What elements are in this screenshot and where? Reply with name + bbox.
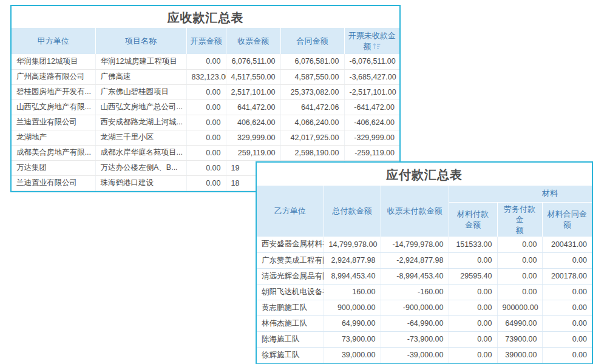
cell-total-paid: 64,990.00: [324, 315, 381, 331]
cell-material-paid[interactable]: 29595.40: [449, 268, 497, 284]
table-row: 广东赞美成工程有限2,924,877.98-2,924,877.980.000.…: [257, 252, 592, 268]
cell-labor-paid[interactable]: 900000.00: [497, 300, 542, 315]
table-row: 黄志鹏施工队900,000.00-900,000.000.00900000.00…: [257, 300, 592, 315]
cell-labor-paid[interactable]: 0.00: [497, 237, 542, 252]
cell-material-contract[interactable]: 0.00: [542, 331, 592, 347]
cell-project: 山西弘文房地产总公司...: [95, 99, 186, 115]
cell-contract-amount: 6,076,581.00: [280, 54, 344, 69]
column-header-label: 劳务付款金 额: [504, 204, 535, 235]
cell-uninvoiced-amount: -406,624.00: [344, 115, 399, 130]
cell-vendor-link[interactable]: 徐辉施工队: [257, 347, 324, 363]
cell-material-paid[interactable]: 151533.00: [449, 237, 497, 252]
column-header-invoice-amount: 开票金额: [186, 28, 226, 54]
table-row: 林伟杰施工队64,990.00-64,990.000.0064990.000.0…: [257, 315, 592, 331]
cell-receipt-amount: 259,119.00: [226, 145, 280, 160]
cell-total-paid: 8,994,453.40: [324, 268, 381, 284]
cell-material-contract[interactable]: 200431.00: [542, 237, 592, 252]
payable-table: 乙方单位 总付款金额 收票未付款金额 材料 材料付款 金额 劳务付款金 额 材料…: [257, 186, 592, 363]
cell-vendor-link[interactable]: 清远光辉金属品有限: [257, 268, 324, 284]
column-header-receipt-amount: 收票金额: [226, 28, 280, 54]
cell-project: 万达办公楼左侧A、B...: [95, 160, 186, 175]
column-header-material-paid: 材料付款 金额: [449, 202, 497, 237]
table-row: 成都美合房地产有限...成都水岸华庭名苑项目...0.00259,119.002…: [12, 145, 399, 160]
table-row: 广州高速路有限公司广佛高速832,123.004,517,550.004,587…: [12, 69, 399, 84]
cell-vendor-link[interactable]: 广东赞美成工程有限: [257, 252, 324, 268]
receivable-header-row: 甲方单位 项目名称 开票金额 收票金额 合同金额 开票未收款金 额: [12, 28, 399, 54]
cell-material-contract[interactable]: 0.00: [542, 347, 592, 363]
cell-total-paid: 2,924,877.98: [324, 252, 381, 268]
cell-contract-amount: 641,472.06: [280, 99, 344, 115]
column-header-label: 合同金额: [297, 36, 328, 46]
receivable-table-title: 应收款汇总表: [12, 6, 399, 28]
column-header-contract-amount: 合同金额: [280, 28, 344, 54]
cell-material-paid[interactable]: 0.00: [449, 284, 497, 300]
column-header-label: 材料合同金 额: [548, 209, 587, 229]
cell-project: 珠海鹤港口建设: [95, 175, 186, 190]
cell-material-paid[interactable]: 0.00: [449, 331, 497, 347]
cell-vendor-link[interactable]: 陈海施工队: [257, 331, 324, 347]
payable-group-header-row: 乙方单位 总付款金额 收票未付款金额 材料: [257, 186, 592, 202]
cell-receipt-amount: 2,517,101.00: [226, 84, 280, 99]
cell-invoice-amount: 0.00: [186, 84, 226, 99]
cell-party: 兰迪置业有限公司: [12, 175, 95, 190]
cell-vendor-link[interactable]: 林伟杰施工队: [257, 315, 324, 331]
cell-labor-paid[interactable]: 0.00: [497, 284, 542, 300]
column-header-label: 材料付款 金额: [457, 209, 489, 229]
sort-amount-icon[interactable]: [373, 43, 381, 50]
payable-table-title: 应付款汇总表: [257, 163, 592, 186]
column-header-label: 乙方单位: [274, 206, 306, 215]
cell-material-paid[interactable]: 0.00: [449, 300, 497, 315]
cell-receipt-amount: 329,999.00: [226, 130, 280, 145]
column-header-label: 甲方单位: [38, 36, 69, 46]
cell-labor-paid[interactable]: 39000.00: [497, 347, 542, 363]
column-header-label: 总付款金额: [333, 206, 372, 215]
table-row: 兰迪置业有限公司西安成都路龙湖上河城...0.00406,624.004,066…: [12, 115, 399, 130]
cell-material-contract[interactable]: 0.00: [542, 284, 592, 300]
cell-unpaid-amount: -73,900.00: [381, 331, 449, 347]
cell-receipt-amount: 641,472.00: [226, 99, 280, 115]
cell-uninvoiced-amount: -3,685,427.00: [344, 69, 399, 84]
cell-contract-amount: 4,066,240.00: [280, 115, 344, 130]
cell-unpaid-amount: -900,000.00: [381, 300, 449, 315]
cell-labor-paid[interactable]: 73900.00: [497, 331, 542, 347]
cell-invoice-amount: 0.00: [186, 145, 226, 160]
column-header-vendor: 乙方单位: [257, 186, 324, 237]
cell-labor-paid[interactable]: 0.00: [497, 268, 542, 284]
column-header-label: 开票未收款金 额: [348, 31, 396, 51]
cell-unpaid-amount: -8,994,453.40: [381, 268, 449, 284]
cell-unpaid-amount: -39,000.00: [381, 347, 449, 363]
cell-unpaid-amount: -14,799,978.00: [381, 237, 449, 252]
cell-labor-paid[interactable]: 0.00: [497, 252, 542, 268]
cell-receipt-amount: 4,517,550.00: [226, 69, 280, 84]
cell-vendor-link[interactable]: 朝阳飞达机电设备有: [257, 284, 324, 300]
cell-material-contract[interactable]: 0.00: [542, 300, 592, 315]
cell-labor-paid[interactable]: 64990.00: [497, 315, 542, 331]
cell-uninvoiced-amount: -6,076,511.00: [344, 54, 399, 69]
column-header-total-paid: 总付款金额: [324, 186, 381, 237]
cell-invoice-amount: 0.00: [186, 160, 226, 175]
cell-material-contract[interactable]: 0.00: [542, 315, 592, 331]
cell-material-paid[interactable]: 0.00: [449, 347, 497, 363]
cell-material-contract[interactable]: 0.00: [542, 252, 592, 268]
cell-vendor-link[interactable]: 黄志鹏施工队: [257, 300, 324, 315]
cell-uninvoiced-amount: -259,119.00: [344, 145, 399, 160]
column-header-uninvoiced-amount[interactable]: 开票未收款金 额: [344, 28, 399, 54]
cell-material-contract[interactable]: 200178.00: [542, 268, 592, 284]
cell-material-paid[interactable]: 0.00: [449, 315, 497, 331]
column-header-unpaid-amount: 收票未付款金额: [381, 186, 449, 237]
cell-invoice-amount: 0.00: [186, 115, 226, 130]
column-group-material: 材料: [449, 186, 592, 202]
payable-summary-panel: 应付款汇总表 乙方单位 总付款金额 收票未付款金额 材料 材料付款 金额 劳务付…: [256, 161, 593, 364]
table-row: 清远光辉金属品有限8,994,453.40-8,994,453.4029595.…: [257, 268, 592, 284]
cell-party: 成都美合房地产有限...: [12, 145, 95, 160]
cell-party: 万达集团: [12, 160, 95, 175]
column-header-labor-paid: 劳务付款金 额: [497, 202, 542, 237]
cell-vendor-link[interactable]: 西安盛器金属材料有: [257, 237, 324, 252]
table-row: 华润集团12城项目华润12城房建工程项目0.006,076,511.006,07…: [12, 54, 399, 69]
column-header-project: 项目名称: [95, 28, 186, 54]
cell-material-paid[interactable]: 0.00: [449, 252, 497, 268]
cell-unpaid-amount: -64,990.00: [381, 315, 449, 331]
cell-contract-amount: 4,587,550.00: [280, 69, 344, 84]
table-row: 陈海施工队73,900.00-73,900.000.0073900.000.00: [257, 331, 592, 347]
cell-party: 华润集团12城项目: [12, 54, 95, 69]
